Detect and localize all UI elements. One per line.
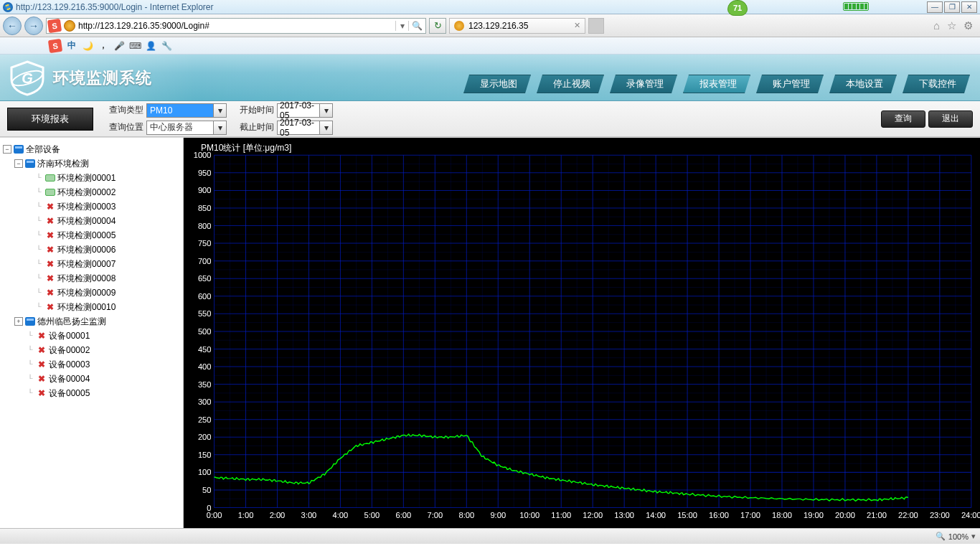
device-tree[interactable]: −全部设备−济南环境检测└环境检测00001└环境检测00002└✖环境检测00… (0, 138, 184, 528)
chevron-down-icon: ▾ (319, 121, 332, 134)
query-type-select[interactable]: PM10 ▾ (146, 103, 227, 118)
device-error-icon: ✖ (37, 358, 47, 371)
favorites-icon[interactable]: ☆ (947, 19, 956, 32)
menu-1[interactable]: 停止视频 (537, 75, 604, 93)
browser-navbar: ← → S ▾ 🔍 ↻ 123.129.216.35 ✕ ⌂ ☆ ⚙ (0, 14, 980, 37)
tree-item[interactable]: 设备00002 (49, 344, 90, 357)
search-button[interactable]: 查询 (881, 110, 925, 128)
svg-text:1:00: 1:00 (238, 511, 254, 519)
search-icon[interactable]: 🔍 (408, 21, 425, 31)
device-error-icon: ✖ (45, 243, 55, 256)
svg-text:23:00: 23:00 (930, 511, 950, 519)
tree-item[interactable]: 设备00004 (49, 372, 90, 385)
menu-3[interactable]: 报表管理 (683, 75, 750, 93)
url-input[interactable] (77, 21, 395, 31)
tree-group[interactable]: 济南环境检测 (37, 157, 89, 170)
svg-text:300: 300 (198, 397, 212, 406)
tree-item[interactable]: 环境检测00007 (57, 258, 116, 270)
tree-item[interactable]: 环境检测00010 (57, 301, 116, 314)
start-date-select[interactable]: 2017-03-05 ▾ (277, 103, 333, 118)
microphone-icon[interactable]: 🎤 (113, 40, 125, 52)
svg-text:22:00: 22:00 (898, 511, 918, 519)
refresh-button[interactable]: ↻ (429, 18, 446, 34)
back-button[interactable]: ← (3, 17, 22, 35)
tree-item[interactable]: 环境检测00003 (57, 200, 116, 213)
close-button[interactable]: ✕ (961, 1, 977, 13)
app-banner: G 环境监测系统 显示地图停止视频录像管理报表管理账户管理本地设置下载控件 (0, 55, 980, 101)
moon-icon[interactable]: 🌙 (82, 40, 93, 52)
tree-item[interactable]: 环境检测00004 (57, 215, 116, 227)
tree-item[interactable]: 环境检测00008 (57, 272, 116, 285)
tools-icon[interactable]: ⚙ (963, 19, 973, 32)
tree-item[interactable]: 设备00003 (49, 358, 90, 371)
end-time-label: 截止时间 (234, 121, 274, 133)
restore-button[interactable]: ❐ (944, 1, 960, 13)
query-loc-select[interactable]: 中心服务器 ▾ (146, 121, 227, 135)
start-time-label: 开始时间 (234, 104, 274, 116)
svg-text:400: 400 (198, 362, 212, 371)
svg-text:G: G (22, 70, 33, 86)
device-error-icon: ✖ (45, 258, 55, 270)
svg-text:750: 750 (198, 239, 212, 248)
svg-text:13:00: 13:00 (614, 511, 634, 519)
expand-icon[interactable]: + (14, 317, 23, 326)
address-bar[interactable]: S ▾ 🔍 (46, 18, 426, 34)
tree-item[interactable]: 环境检测00009 (57, 286, 116, 299)
menu-2[interactable]: 录像管理 (610, 75, 677, 93)
svg-text:5:00: 5:00 (364, 511, 380, 519)
keyboard-icon[interactable]: ⌨ (129, 40, 141, 52)
svg-text:350: 350 (198, 380, 212, 389)
tree-group[interactable]: 德州临邑扬尘监测 (37, 315, 106, 328)
server-icon (14, 145, 24, 154)
svg-text:6:00: 6:00 (396, 511, 412, 519)
tree-item[interactable]: 环境检测00005 (57, 229, 116, 242)
tree-item[interactable]: 环境检测00006 (57, 243, 116, 256)
svg-text:0:00: 0:00 (207, 511, 222, 519)
menu-6[interactable]: 下载控件 (903, 75, 970, 93)
url-dropdown-icon[interactable]: ▾ (395, 21, 408, 31)
exit-button[interactable]: 退出 (928, 110, 973, 128)
menu-0[interactable]: 显示地图 (463, 75, 531, 93)
svg-text:11:00: 11:00 (551, 511, 571, 519)
ime-mode-icon[interactable]: 中 (66, 40, 77, 52)
query-type-value: PM10 (147, 105, 213, 116)
server-icon (25, 317, 35, 326)
tree-item[interactable]: 环境检测00001 (57, 171, 116, 184)
env-report-tab[interactable]: 环境报表 (7, 108, 93, 131)
chevron-down-icon: ▾ (319, 104, 332, 117)
svg-text:3:00: 3:00 (301, 511, 317, 519)
tab-close-icon[interactable]: ✕ (574, 21, 580, 30)
chevron-down-icon: ▾ (213, 121, 226, 134)
device-error-icon: ✖ (37, 329, 47, 342)
chart-panel: PM10统计 [单位:μg/m3] 0501001502002503003504… (184, 138, 980, 528)
svg-text:600: 600 (198, 292, 212, 301)
end-date-select[interactable]: 2017-03-05 ▾ (277, 121, 333, 135)
sogou-ime-icon[interactable]: S (48, 38, 62, 52)
browser-tab[interactable]: 123.129.216.35 ✕ (449, 18, 585, 34)
svg-text:21:00: 21:00 (867, 511, 887, 519)
svg-text:900: 900 (198, 186, 212, 194)
person-icon[interactable]: 👤 (145, 40, 156, 52)
device-ok-icon (45, 174, 55, 182)
svg-text:150: 150 (198, 451, 212, 459)
expand-icon[interactable]: − (14, 159, 23, 168)
expand-icon[interactable]: − (3, 145, 11, 154)
menu-4[interactable]: 账户管理 (756, 75, 824, 93)
forward-button[interactable]: → (24, 17, 43, 35)
svg-text:14:00: 14:00 (646, 511, 666, 519)
query-type-label: 查询类型 (103, 104, 143, 116)
device-error-icon: ✖ (45, 272, 55, 285)
tree-item[interactable]: 设备00005 (49, 387, 90, 400)
tree-root[interactable]: 全部设备 (26, 143, 60, 156)
menu-5[interactable]: 本地设置 (829, 75, 897, 93)
server-icon (25, 159, 35, 168)
new-tab-button[interactable] (588, 18, 604, 34)
minimize-button[interactable]: — (927, 1, 943, 13)
svg-text:700: 700 (198, 257, 212, 265)
wrench-icon[interactable]: 🔧 (161, 40, 172, 52)
comma-icon[interactable]: ， (98, 40, 109, 52)
home-icon[interactable]: ⌂ (933, 19, 940, 32)
tree-item[interactable]: 设备00001 (49, 329, 90, 342)
tree-item[interactable]: 环境检测00002 (57, 186, 116, 199)
svg-text:200: 200 (198, 433, 212, 441)
